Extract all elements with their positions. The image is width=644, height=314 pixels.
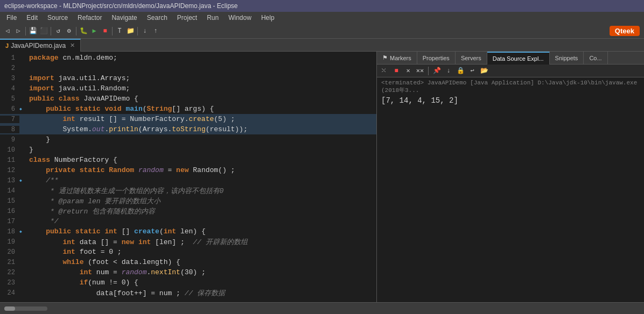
console-remove[interactable]: ✕ — [403, 66, 413, 76]
console-tab-properties[interactable]: Properties — [417, 52, 456, 65]
toolbar-open-resource[interactable]: 📁 — [125, 26, 135, 36]
line-number: 22 — [0, 269, 19, 276]
toolbar-save-all[interactable]: ⬛ — [39, 26, 48, 36]
menu-help[interactable]: Help — [257, 13, 279, 23]
toolbar-open-type[interactable]: T — [115, 26, 124, 36]
console-scroll-end[interactable]: ↓ — [444, 66, 453, 76]
line-number: 4 — [0, 85, 19, 92]
co-label: Co... — [589, 55, 601, 61]
line-number: 2 — [0, 65, 19, 72]
line-code: public class JavaAPIDemo { — [27, 95, 138, 103]
menu-project[interactable]: Project — [173, 13, 201, 23]
toolbar-run[interactable]: ▶ — [89, 26, 99, 36]
line-number: 17 — [0, 218, 19, 225]
code-line: 1package cn.mldn.demo; — [0, 53, 376, 63]
console-remove-all[interactable]: ✕✕ — [415, 66, 425, 76]
console-pin[interactable]: 📌 — [432, 66, 442, 76]
brand-button[interactable]: Qteek — [610, 26, 640, 36]
console-toolbar: ⛌ ■ ✕ ✕✕ 📌 ↓ 🔒 ↩ 📂 — [377, 65, 644, 77]
scroll-indicator[interactable] — [4, 306, 47, 311]
line-number: 20 — [0, 248, 19, 256]
toolbar-next-annotation[interactable]: ↓ — [140, 26, 150, 36]
menu-file[interactable]: File — [2, 13, 21, 23]
editor-tab-java[interactable]: J JavaAPIDemo.java ✕ — [0, 39, 81, 52]
menu-run[interactable]: Run — [202, 13, 223, 23]
code-line: 14 * 通过随机数来生成一个数组的内容，该内容不包括有0 — [0, 185, 376, 196]
line-code: package cn.mldn.demo; — [27, 54, 117, 62]
line-code: while (foot < data.length) { — [27, 258, 180, 266]
menu-window[interactable]: Window — [224, 13, 256, 23]
toolbar: ◁ ▷ 💾 ⬛ ↺ ⚙ 🐛 ▶ ■ T 📁 ↓ ↑ Qteek — [0, 24, 644, 39]
console-tab-datasource[interactable]: Data Source Expl... — [487, 52, 550, 65]
line-number: 10 — [0, 146, 19, 154]
toolbar-save[interactable]: 💾 — [28, 26, 38, 36]
toolbar-sep-3 — [76, 27, 76, 35]
console-sep — [428, 67, 429, 75]
code-line: 10} — [0, 145, 376, 155]
code-line: 5public class JavaAPIDemo { — [0, 94, 376, 104]
code-line: 13◆ /** — [0, 175, 376, 185]
console-clear[interactable]: ⛌ — [380, 66, 389, 76]
console-output-text: [7, 14, 4, 15, 2] — [381, 96, 640, 105]
line-code: public static void main(String[] args) { — [27, 105, 214, 113]
line-code: int foot = 0 ; — [27, 248, 122, 256]
line-number: 5 — [0, 95, 19, 103]
toolbar-forward[interactable]: ▷ — [13, 26, 23, 36]
menu-bar: File Edit Source Refactor Navigate Searc… — [0, 12, 644, 24]
console-body: <terminated> JavaAPIDemo [Java Applicati… — [377, 77, 644, 302]
menu-refactor[interactable]: Refactor — [73, 13, 106, 23]
line-code: import java.util.Arrays; — [27, 74, 130, 82]
line-number: 14 — [0, 187, 19, 195]
line-code: int result [] = NumberFactory.create(5) … — [27, 115, 235, 123]
line-marker: ◆ — [19, 106, 27, 111]
editor-tab-label: JavaAPIDemo.java — [11, 42, 66, 49]
line-number: 19 — [0, 238, 19, 246]
line-code: */ — [27, 217, 59, 225]
menu-navigate[interactable]: Navigate — [107, 13, 141, 23]
line-code: data[foot++] = num ; // 保存数据 — [27, 288, 225, 298]
bottom-bar — [0, 302, 644, 314]
console-tab-markers[interactable]: ⚑ Markers — [377, 52, 417, 65]
console-tab-snippets[interactable]: Snippets — [550, 52, 584, 65]
menu-search[interactable]: Search — [143, 13, 172, 23]
editor-panel[interactable]: 1package cn.mldn.demo;23import java.util… — [0, 52, 377, 302]
toolbar-settings[interactable]: ⚙ — [64, 26, 74, 36]
console-tab-co[interactable]: Co... — [584, 52, 607, 65]
line-code: class NumberFactory { — [27, 156, 117, 164]
console-word-wrap[interactable]: ↩ — [467, 66, 477, 76]
console-scroll-lock[interactable]: 🔒 — [456, 66, 465, 76]
toolbar-stop[interactable]: ■ — [100, 26, 110, 36]
line-code: private static Random random = new Rando… — [27, 166, 235, 174]
main-content: 1package cn.mldn.demo;23import java.util… — [0, 52, 644, 302]
code-line: 15 * @param len 要开辟的数组大小 — [0, 196, 376, 206]
console-open-file[interactable]: 📂 — [479, 66, 489, 76]
code-line: 7 int result [] = NumberFactory.create(5… — [0, 114, 376, 124]
markers-label: Markers — [390, 55, 411, 61]
close-tab-icon[interactable]: ✕ — [70, 42, 75, 49]
code-line: 9 } — [0, 134, 376, 145]
toolbar-prev-annotation[interactable]: ↑ — [151, 26, 160, 36]
java-file-icon: J — [5, 42, 9, 49]
code-line: 18◆ public static int [] create(int len)… — [0, 226, 376, 237]
right-panel: ⚑ Markers Properties Servers Data Source… — [377, 52, 644, 302]
line-code: /** — [27, 176, 59, 184]
code-lines: 1package cn.mldn.demo;23import java.util… — [0, 52, 376, 298]
menu-edit[interactable]: Edit — [22, 13, 42, 23]
line-code: int data [] = new int [len] ; // 开辟新的数组 — [27, 237, 248, 247]
line-number: 11 — [0, 156, 19, 164]
code-line: 16 * @return 包含有随机数的内容 — [0, 206, 376, 216]
console-tab-servers[interactable]: Servers — [456, 52, 487, 65]
console-terminate[interactable]: ■ — [391, 66, 401, 76]
toolbar-back[interactable]: ◁ — [3, 26, 12, 36]
code-line: 19 int data [] = new int [len] ; // 开辟新的… — [0, 237, 376, 247]
line-number: 21 — [0, 259, 19, 266]
line-number: 9 — [0, 136, 19, 144]
code-line: 22 int num = random.nextInt(30) ; — [0, 267, 376, 277]
console-tab-bar: ⚑ Markers Properties Servers Data Source… — [377, 52, 644, 65]
scroll-thumb — [4, 306, 15, 311]
toolbar-refresh[interactable]: ↺ — [53, 26, 63, 36]
menu-source[interactable]: Source — [43, 13, 72, 23]
code-line: 20 int foot = 0 ; — [0, 247, 376, 257]
toolbar-run-debug[interactable]: 🐛 — [79, 26, 88, 36]
line-number: 12 — [0, 167, 19, 174]
